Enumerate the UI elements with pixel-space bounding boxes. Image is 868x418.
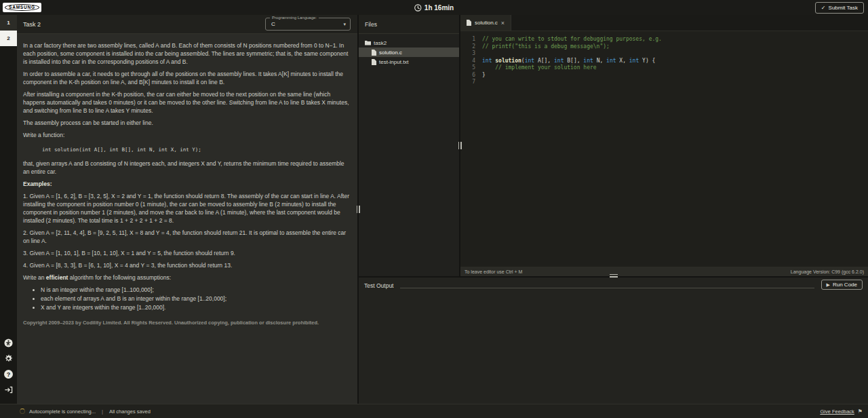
task-tab-2[interactable]: 2	[0, 31, 17, 46]
folder-label: task2	[374, 40, 387, 46]
code-editor-panel: solution.c × 1// you can write to stdout…	[460, 15, 868, 276]
chevron-down-icon: ▾	[343, 22, 346, 27]
file-icon	[467, 20, 471, 26]
panel-divider-right	[459, 15, 460, 276]
folder-row-task2[interactable]: task2	[359, 38, 459, 48]
editor-hint: To leave editor use Ctrl + M	[465, 269, 522, 274]
file-label: test-input.txt	[379, 59, 409, 65]
line-number: 1	[460, 36, 475, 43]
output-divider	[359, 276, 868, 278]
submit-task-label: Submit Task	[829, 5, 858, 11]
task-paragraph: Write an efficient algorithm for the fol…	[23, 273, 351, 282]
code-line: 6}	[460, 72, 868, 79]
file-icon	[372, 59, 376, 65]
time-remaining-label: 1h 16min	[425, 4, 454, 12]
line-number: 7	[460, 79, 475, 86]
settings-icon[interactable]	[4, 354, 13, 363]
samsung-logo-text: SAMSUNG	[5, 4, 39, 11]
editor-footer: To leave editor use Ctrl + M Language Ve…	[460, 267, 868, 276]
spinner-icon	[20, 408, 25, 414]
task-paragraph: The assembly process can be started in e…	[23, 119, 351, 127]
task-paragraph: Write a function:	[23, 131, 351, 139]
assumption-item: N is an integer within the range [1..100…	[41, 286, 351, 294]
test-output-title: Test Output	[364, 280, 393, 289]
close-icon[interactable]: ×	[501, 20, 505, 26]
flag-icon: ⚑	[858, 408, 863, 415]
task-paragraph: After installing a component in the K-th…	[23, 90, 351, 115]
play-icon: ▶	[827, 282, 830, 288]
editor-tab-solution-c[interactable]: solution.c ×	[460, 15, 511, 31]
vertical-resize-handle[interactable]	[355, 206, 361, 213]
autocomplete-status: Autocomplete is connecting...	[29, 408, 96, 415]
folder-icon	[365, 40, 371, 45]
code-area[interactable]: 1// you can write to stdout for debuggin…	[460, 31, 868, 267]
run-code-label: Run Code	[833, 282, 857, 288]
file-row-solution-c[interactable]: solution.c	[359, 48, 459, 57]
save-status: All changes saved	[109, 408, 151, 415]
task-header: Task 2 Programming Language: C ▾	[17, 15, 357, 34]
code-line: 1// you can write to stdout for debuggin…	[460, 36, 868, 43]
code-line: 2// printf("this is a debug message\n");	[460, 43, 868, 51]
code-text: // printf("this is a debug message\n");	[482, 43, 610, 51]
assumption-item: X and Y are integers within the range [1…	[41, 303, 351, 312]
code-line: 3	[460, 50, 868, 58]
file-tree: task2solution.ctest-input.txt	[359, 34, 459, 66]
code-line: 5 // implement your solution here	[460, 64, 868, 72]
task-panel: Task 2 Programming Language: C ▾ In a ca…	[17, 15, 357, 404]
give-feedback-link[interactable]: Give Feedback	[820, 408, 854, 415]
test-output-rule	[400, 280, 814, 288]
task-paragraph: In order to assemble a car, it needs to …	[23, 70, 351, 86]
check-icon: ✓	[821, 5, 826, 11]
rail-icon-group: ?	[0, 339, 17, 394]
task-paragraph: 3. Given A = [1, 10, 1], B = [10, 1, 10]…	[23, 249, 351, 257]
code-line: 4int solution(int A[], int B[], int N, i…	[460, 58, 868, 65]
status-bar: Autocomplete is connecting... | All chan…	[0, 404, 868, 418]
file-icon	[372, 50, 376, 56]
task-rail: 1 2 ?	[0, 15, 17, 404]
code-text: }	[482, 72, 486, 79]
task-tab-1[interactable]: 1	[0, 15, 17, 31]
test-output-header: Test Output ▶ Run Code	[359, 278, 868, 290]
run-code-button[interactable]: ▶ Run Code	[821, 280, 863, 290]
code-line: 7	[460, 79, 868, 86]
code-text: int solution(int A[], int B[], int N, in…	[482, 58, 655, 65]
files-panel: Files task2solution.ctest-input.txt	[359, 15, 459, 276]
assumption-item: each element of arrays A and B is an int…	[41, 294, 351, 303]
samsung-logo: SAMSUNG	[3, 3, 41, 12]
task-paragraph: int solution(int A[], int B[], int N, in…	[23, 143, 351, 157]
panel-divider-left	[357, 15, 359, 404]
file-row-test-input-txt[interactable]: test-input.txt	[359, 57, 459, 66]
logout-icon[interactable]	[4, 385, 13, 394]
help-icon[interactable]: ?	[4, 370, 13, 379]
task-description: In a car factory there are two assembly …	[17, 34, 357, 404]
status-divider: |	[102, 408, 103, 415]
line-number: 2	[460, 43, 475, 51]
task-paragraph: 4. Given A = [8, 3, 3], B = [6, 1, 10], …	[23, 261, 351, 269]
task-paragraph: In a car factory there are two assembly …	[23, 41, 351, 66]
line-number: 4	[460, 58, 475, 65]
line-number: 6	[460, 72, 475, 79]
test-output-panel: Test Output ▶ Run Code	[359, 278, 868, 404]
editor-tab-strip: solution.c ×	[460, 15, 868, 31]
language-select[interactable]: Programming Language: C ▾	[265, 18, 351, 31]
time-remaining: 1h 16min	[414, 4, 454, 12]
task-paragraph: Examples:	[23, 180, 351, 188]
accessibility-icon[interactable]	[4, 339, 13, 347]
horizontal-resize-handle[interactable]	[610, 273, 618, 278]
code-text: // implement your solution here	[482, 64, 597, 72]
language-select-label: Programming Language:	[270, 16, 319, 20]
line-number: 3	[460, 50, 475, 58]
clock-icon	[414, 4, 422, 12]
vertical-resize-handle[interactable]	[457, 142, 462, 149]
codility-task-app: SAMSUNG 1h 16min ✓ Submit Task 1 2 ?	[0, 0, 868, 418]
top-bar: SAMSUNG 1h 16min ✓ Submit Task	[0, 0, 868, 15]
files-panel-title: Files	[359, 15, 459, 34]
task-title: Task 2	[23, 21, 41, 28]
file-label: solution.c	[379, 50, 402, 56]
task-paragraph: N is an integer within the range [1..100…	[23, 286, 351, 312]
language-select-value: C	[271, 21, 275, 27]
copyright-notice: Copyright 2009–2023 by Codility Limited.…	[23, 319, 351, 327]
task-paragraph: 1. Given A = [1, 6, 2], B = [3, 2, 5], X…	[23, 192, 351, 225]
submit-task-button[interactable]: ✓ Submit Task	[815, 2, 864, 14]
status-right-group: Give Feedback ⚑	[820, 408, 863, 415]
